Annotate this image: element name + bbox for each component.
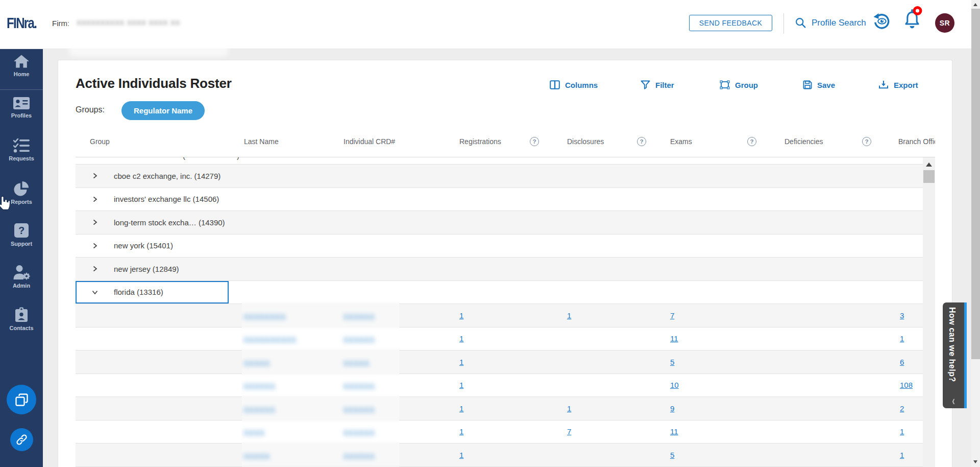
branch-offices-link[interactable]: 6	[900, 358, 904, 366]
sidebar-item-profiles[interactable]: Profiles	[0, 97, 43, 119]
sidebar-item-home[interactable]: Home	[0, 54, 43, 77]
crd-link-redacted[interactable]: xxxxxx	[344, 427, 375, 436]
chevron-right-icon[interactable]	[91, 242, 99, 249]
chevron-right-icon[interactable]	[91, 265, 99, 272]
last-name-link-redacted[interactable]: xxxxxx	[244, 381, 276, 389]
group-row[interactable]: investors' exchange llc (14506)	[76, 188, 923, 212]
branch-offices-link[interactable]: 1	[900, 334, 904, 343]
help-icon[interactable]: ?	[862, 137, 871, 146]
last-name-link-redacted[interactable]: xxxxxxxxxx	[244, 334, 297, 343]
page-scrollbar-thumb[interactable]	[971, 9, 980, 359]
help-icon[interactable]: ?	[747, 137, 756, 146]
sidebar-item-support[interactable]: ? Support	[0, 223, 43, 247]
filter-button[interactable]: Filter	[641, 78, 674, 91]
recently-viewed-button[interactable]	[873, 12, 890, 30]
disclosures-link[interactable]: 1	[567, 311, 571, 320]
chevron-down-icon[interactable]	[91, 289, 99, 296]
branch-offices-link[interactable]: 3	[900, 311, 904, 320]
group-chip-regulator-name[interactable]: Regulator Name	[121, 101, 205, 120]
chevron-left-icon: ‹	[943, 393, 964, 409]
avatar[interactable]: SR	[935, 13, 954, 33]
crd-link-redacted[interactable]: xxxxxx	[344, 404, 375, 413]
profiles-icon	[13, 97, 30, 110]
table-scrollbar[interactable]	[923, 157, 935, 467]
registrations-link[interactable]: 1	[459, 358, 463, 366]
individual-row: xxxxxxxx xxxxxx 1 1 7 3	[76, 304, 923, 328]
chevron-right-icon[interactable]	[91, 172, 99, 179]
firm-name-redacted: xxxxxxxxxx xxxx xxxx xx	[77, 18, 180, 27]
crd-link-redacted[interactable]: xxxxxx	[344, 451, 375, 459]
help-icon[interactable]: ?	[530, 137, 539, 146]
registrations-link[interactable]: 1	[459, 404, 463, 413]
table-header: Group Last Name Individual CRD# Registra…	[76, 132, 935, 157]
reports-icon	[13, 181, 30, 196]
registrations-link[interactable]: 1	[459, 334, 463, 343]
last-name-link-redacted[interactable]: xxxxx	[244, 358, 271, 366]
registrations-link[interactable]: 1	[459, 311, 463, 320]
scroll-down-arrow[interactable]	[973, 460, 977, 463]
sidebar-item-admin[interactable]: Admin	[0, 265, 43, 289]
help-tab[interactable]: How can we help? ‹	[943, 302, 967, 408]
scroll-up-arrow[interactable]	[926, 162, 932, 167]
link-fab-button[interactable]	[10, 428, 33, 451]
last-name-link-redacted[interactable]: xxxxxx	[244, 404, 276, 413]
group-row[interactable]: long-term stock excha… (14390)	[76, 211, 923, 235]
sidebar-item-reports[interactable]: Reports	[0, 181, 43, 205]
branch-offices-link[interactable]: 2	[900, 404, 904, 413]
search-icon	[795, 17, 806, 28]
page-scrollbar[interactable]	[971, 0, 980, 467]
scroll-up-arrow[interactable]	[973, 3, 977, 6]
branch-offices-link[interactable]: 1	[900, 451, 904, 459]
group-row-partial[interactable]: ( )	[76, 157, 923, 165]
last-name-link-redacted[interactable]: xxxx	[244, 427, 265, 436]
branch-offices-link[interactable]: 1	[900, 427, 904, 436]
columns-button[interactable]: Columns	[550, 78, 598, 91]
group-row[interactable]: new jersey (12849)	[76, 258, 923, 281]
exams-link[interactable]: 5	[670, 451, 674, 459]
profile-search-button[interactable]: Profile Search	[795, 17, 866, 28]
exams-link[interactable]: 5	[670, 358, 674, 366]
crd-link-redacted[interactable]: xxxxxx	[344, 334, 375, 343]
crd-link-redacted[interactable]: xxxxxx	[344, 311, 375, 320]
send-feedback-button[interactable]: SEND FEEDBACK	[689, 15, 772, 31]
page-title: Active Individuals Roster	[76, 76, 232, 91]
contacts-icon	[14, 307, 29, 322]
disclosures-link[interactable]: 1	[567, 404, 571, 413]
group-row[interactable]: new york (15401)	[76, 235, 923, 258]
last-name-link-redacted[interactable]: xxxxxxxx	[244, 311, 286, 320]
last-name-link-redacted[interactable]: xxxxx	[244, 451, 271, 459]
exams-link[interactable]: 10	[670, 381, 679, 389]
exams-link[interactable]: 7	[670, 311, 674, 320]
group-row-expanded[interactable]: florida (13316)	[76, 281, 923, 305]
registrations-link[interactable]: 1	[459, 451, 463, 459]
save-button[interactable]: Save	[803, 78, 835, 91]
help-icon[interactable]: ?	[637, 137, 646, 146]
registrations-link[interactable]: 1	[459, 381, 463, 389]
export-button[interactable]: Export	[878, 78, 918, 91]
registrations-link[interactable]: 1	[459, 427, 463, 436]
group-row[interactable]: cboe c2 exchange, inc. (14279)	[76, 165, 923, 188]
table-scrollbar-thumb[interactable]	[923, 170, 935, 183]
crd-link-redacted[interactable]: xxxxx	[344, 358, 370, 366]
windows-fab-button[interactable]	[7, 385, 36, 414]
column-header-branch-offices: Branch Offices	[885, 132, 935, 157]
history-eye-icon	[873, 12, 890, 30]
chevron-right-icon[interactable]	[91, 196, 99, 203]
individual-row: xxxxxxxxxx xxxxxx 1 11 1	[76, 328, 923, 351]
exams-link[interactable]: 11	[670, 334, 678, 343]
exams-link[interactable]: 11	[670, 427, 678, 436]
help-tab-stripe	[964, 302, 967, 408]
group-button[interactable]: Group	[720, 78, 758, 91]
finra-logo[interactable]: FINra.	[7, 14, 36, 32]
svg-text:?: ?	[18, 225, 24, 236]
chevron-right-icon[interactable]	[91, 219, 99, 226]
notifications-button[interactable]	[902, 5, 924, 31]
exams-link[interactable]: 9	[670, 404, 674, 413]
branch-offices-link[interactable]: 108	[900, 381, 913, 389]
crd-link-redacted[interactable]: xxxxxx	[344, 381, 375, 389]
sidebar-item-contacts[interactable]: Contacts	[0, 307, 43, 331]
sidebar-item-requests[interactable]: Requests	[0, 138, 43, 161]
sidebar-divider	[0, 89, 43, 90]
disclosures-link[interactable]: 7	[567, 427, 571, 436]
help-tab-label: How can we help?	[947, 307, 957, 382]
